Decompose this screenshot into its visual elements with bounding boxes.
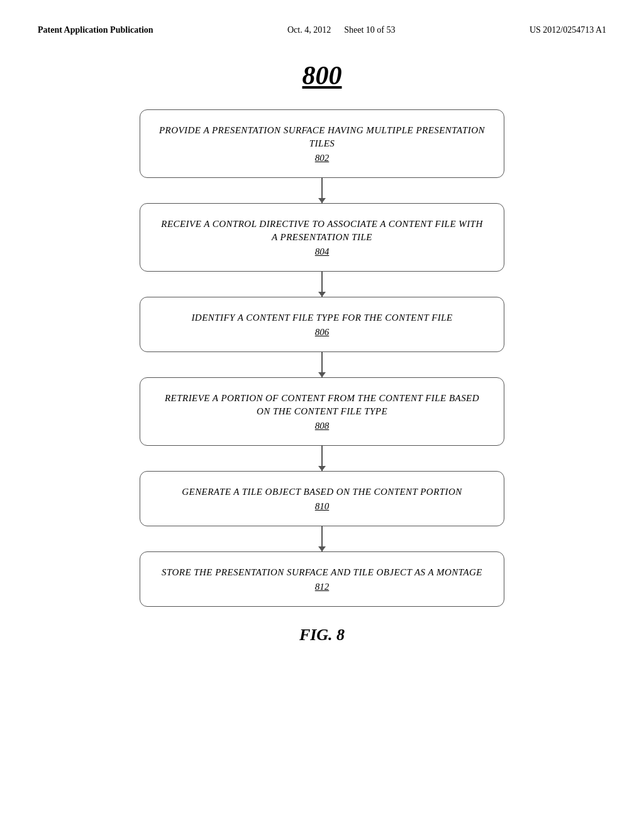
flow-box-806-text: IDENTIFY A CONTENT FILE TYPE FOR THE CON… (159, 311, 485, 324)
flow-box-812-number: 812 (159, 582, 485, 592)
connector-2 (321, 272, 323, 297)
header-publication-label: Patent Application Publication (38, 25, 153, 35)
connector-4 (321, 446, 323, 471)
flow-box-812-text: STORE THE PRESENTATION SURFACE AND TILE … (159, 566, 485, 579)
flow-box-804-text: RECEIVE A CONTROL DIRECTIVE TO ASSOCIATE… (159, 218, 485, 244)
diagram-title: 800 (303, 60, 342, 91)
page-header: Patent Application Publication Oct. 4, 2… (38, 25, 606, 35)
flowchart-diagram: 800 PROVIDE A PRESENTATION SURFACE HAVIN… (38, 60, 606, 645)
flow-box-810-text: GENERATE A TILE OBJECT BASED ON THE CONT… (159, 485, 485, 499)
flow-box-810-number: 810 (159, 501, 485, 512)
flow-box-806-number: 806 (159, 327, 485, 338)
connector-5 (321, 526, 323, 551)
flow-box-804-number: 804 (159, 246, 485, 257)
flow-box-810: GENERATE A TILE OBJECT BASED ON THE CONT… (140, 471, 504, 526)
page: Patent Application Publication Oct. 4, 2… (0, 0, 644, 830)
header-date-sheet: Oct. 4, 2012 Sheet 10 of 53 (287, 25, 395, 35)
flow-box-806: IDENTIFY A CONTENT FILE TYPE FOR THE CON… (140, 297, 504, 352)
connector-3 (321, 352, 323, 377)
flow-box-808: RETRIEVE A PORTION OF CONTENT FROM THE C… (140, 377, 504, 446)
flow-box-808-text: RETRIEVE A PORTION OF CONTENT FROM THE C… (159, 392, 485, 418)
flow-box-802: PROVIDE A PRESENTATION SURFACE HAVING MU… (140, 109, 504, 178)
flow-box-808-number: 808 (159, 421, 485, 431)
header-sheet: Sheet 10 of 53 (344, 25, 395, 35)
flow-box-804: RECEIVE A CONTROL DIRECTIVE TO ASSOCIATE… (140, 203, 504, 272)
header-patent-number: US 2012/0254713 A1 (530, 25, 606, 35)
figure-caption: FIG. 8 (299, 626, 345, 645)
header-date: Oct. 4, 2012 (287, 25, 331, 35)
flow-box-802-number: 802 (159, 153, 485, 163)
flow-box-802-text: PROVIDE A PRESENTATION SURFACE HAVING MU… (159, 124, 485, 150)
connector-1 (321, 178, 323, 203)
flow-box-812: STORE THE PRESENTATION SURFACE AND TILE … (140, 551, 504, 607)
